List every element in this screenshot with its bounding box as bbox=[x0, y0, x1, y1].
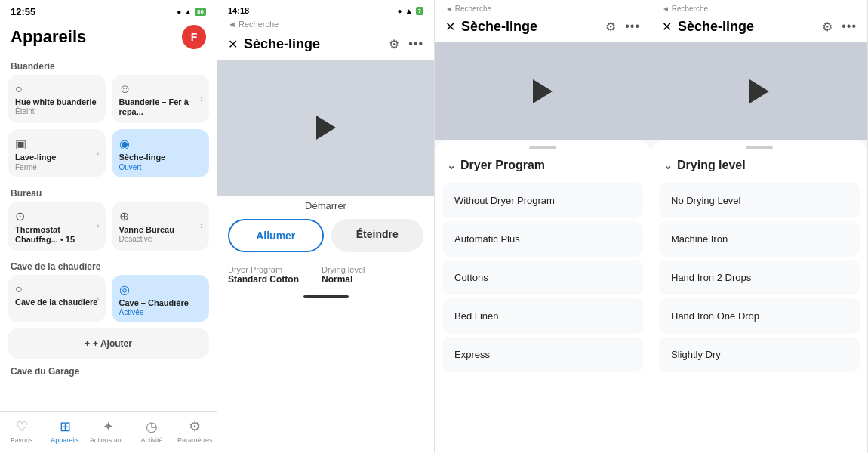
signal-icon: ● bbox=[177, 8, 181, 16]
drying-level-list: No Drying Level Machine Iron Hand Iron 2… bbox=[651, 180, 867, 453]
sheet-section-title-3: Dryer Program bbox=[460, 159, 545, 172]
list-item-express[interactable]: Express bbox=[442, 337, 643, 372]
device-card-chaudiere[interactable]: ◎ Cave – Chaudière Activée bbox=[112, 275, 210, 322]
add-button[interactable]: + + Ajouter bbox=[8, 328, 209, 359]
search-bar-4: ◄ Recherche bbox=[651, 0, 867, 14]
demarrer-label: Démarrer bbox=[217, 196, 434, 219]
more-icon-2[interactable]: ••• bbox=[408, 37, 423, 51]
dryer-program-list: Without Dryer Program Automatic Plus Cot… bbox=[435, 180, 651, 453]
dryer-program-sheet: ⌄ Dryer Program Without Dryer Program Au… bbox=[435, 140, 651, 453]
settings-summary: Dryer Program Standard Cotton Drying lev… bbox=[217, 260, 434, 289]
list-item-without[interactable]: Without Dryer Program bbox=[442, 183, 643, 218]
list-item-slightly-dry[interactable]: Slightly Dry bbox=[659, 337, 860, 372]
battery-badge: 86 bbox=[195, 8, 206, 16]
status-bar-2: 14:18 ● ▲ 7 bbox=[217, 0, 434, 18]
settings-icon-2[interactable]: ⚙ bbox=[389, 37, 399, 51]
close-icon-3[interactable]: ✕ bbox=[445, 20, 455, 34]
nav-favoris[interactable]: ♡ Favoris bbox=[0, 418, 43, 444]
close-icon-4[interactable]: ✕ bbox=[662, 20, 672, 34]
eteindre-button[interactable]: Éteindre bbox=[331, 219, 424, 252]
nav-actions[interactable]: ✦ Actions au... bbox=[87, 418, 130, 444]
device-status-seche: Ouvert bbox=[119, 163, 202, 171]
device-title-3: Sèche-linge bbox=[461, 19, 537, 35]
device-grid-buanderie: ○ Hue white buanderie Éteint ☺ Buanderie… bbox=[0, 75, 217, 129]
list-item-bedlinen[interactable]: Bed Linen bbox=[442, 298, 643, 334]
settings-icon-3[interactable]: ⚙ bbox=[605, 20, 616, 34]
chevron-icon-cave: › bbox=[97, 294, 100, 304]
list-item-machine-iron[interactable]: Machine Iron bbox=[659, 221, 860, 257]
device-card-lave[interactable]: ▣ Lave-linge Fermé › bbox=[8, 129, 106, 177]
list-item-cottons[interactable]: Cottons bbox=[442, 260, 643, 295]
chevron-icon-thermo: › bbox=[97, 220, 100, 231]
section-garage: Cave du Garage bbox=[0, 362, 217, 380]
device-grid-cave: ○ Cave de la chaudiere › ◎ Cave – Chaudi… bbox=[0, 275, 217, 328]
play-triangle-icon bbox=[316, 116, 336, 140]
play-button-3[interactable] bbox=[524, 72, 562, 110]
sheet-section-header-4: ⌄ Drying level bbox=[651, 153, 867, 180]
device-title-2: Sèche-linge bbox=[244, 36, 320, 52]
search-text-4: Recherche bbox=[672, 5, 708, 13]
clock-icon: ◷ bbox=[146, 418, 158, 435]
device-card-thermostat[interactable]: ⊙ Thermostat Chauffag... • 15 › bbox=[8, 202, 106, 251]
drying-level-value: Normal bbox=[322, 274, 365, 285]
more-icon-3[interactable]: ••• bbox=[625, 20, 640, 34]
nav-label-favoris: Favoris bbox=[11, 436, 33, 444]
nav-activite[interactable]: ◷ Activité bbox=[130, 418, 173, 444]
wifi2-icon: ▲ bbox=[405, 7, 413, 15]
device-header-2: ✕ Sèche-linge ⚙ ••• bbox=[217, 32, 434, 60]
device-status-chaudiere: Activée bbox=[119, 308, 202, 316]
list-item-automatic[interactable]: Automatic Plus bbox=[442, 221, 643, 257]
device-name-lave: Lave-linge bbox=[15, 153, 98, 162]
device-card-buanderie[interactable]: ☺ Buanderie – Fer à repa... › bbox=[112, 75, 210, 123]
list-item-hand-iron-2[interactable]: Hand Iron 2 Drops bbox=[659, 260, 860, 295]
device-card-hue[interactable]: ○ Hue white buanderie Éteint bbox=[8, 75, 106, 123]
panel-seche-control: 14:18 ● ▲ 7 ◄ Recherche ✕ Sèche-linge ⚙ … bbox=[217, 0, 435, 453]
search-text-3: Recherche bbox=[455, 5, 491, 13]
list-item-hand-iron-1[interactable]: Hand Iron One Drop bbox=[659, 298, 860, 334]
thermostat-icon: ⊙ bbox=[15, 209, 98, 223]
settings-icon-4[interactable]: ⚙ bbox=[822, 20, 833, 34]
nav-label-actions: Actions au... bbox=[90, 436, 128, 444]
device-card-seche[interactable]: ◉ Sèche-linge Ouvert bbox=[112, 129, 210, 177]
dryer-program-setting[interactable]: Dryer Program Standard Cotton bbox=[228, 265, 299, 285]
add-label: + Ajouter bbox=[93, 338, 132, 349]
drying-level-setting[interactable]: Drying level Normal bbox=[322, 265, 365, 285]
allumer-button[interactable]: Allumer bbox=[228, 219, 324, 252]
sheet-section-header-3: ⌄ Dryer Program bbox=[435, 153, 651, 180]
nav-label-appareils: Appareils bbox=[51, 436, 79, 444]
close-icon-2[interactable]: ✕ bbox=[228, 37, 238, 51]
plus-icon: + bbox=[85, 338, 90, 349]
dryer-visual-4 bbox=[651, 42, 867, 140]
device-grid-bureau: ⊙ Thermostat Chauffag... • 15 › ⊕ Vanne … bbox=[0, 202, 217, 257]
device-name-vanne: Vanne Bureau bbox=[119, 225, 202, 235]
app-title: Appareils bbox=[11, 27, 86, 47]
play-button-4[interactable] bbox=[740, 72, 778, 110]
device-header-left-4: ✕ Sèche-linge bbox=[662, 19, 754, 35]
chevron-down-icon-4: ⌄ bbox=[663, 159, 673, 171]
dryer-icon: ◉ bbox=[119, 137, 202, 151]
device-name-buanderie: Buanderie – Fer à repa... bbox=[119, 97, 202, 117]
home-indicator-2 bbox=[217, 289, 434, 304]
avatar[interactable]: F bbox=[182, 25, 206, 49]
search-bar-2[interactable]: ◄ Recherche bbox=[217, 18, 434, 32]
list-item-no-drying[interactable]: No Drying Level bbox=[659, 183, 860, 218]
section-buanderie: Buanderie bbox=[0, 57, 217, 75]
play-button[interactable] bbox=[307, 109, 345, 146]
washer-icon: ▣ bbox=[15, 137, 98, 151]
heart-icon: ♡ bbox=[16, 418, 28, 435]
home-bar-2 bbox=[303, 295, 349, 298]
device-card-cave[interactable]: ○ Cave de la chaudiere › bbox=[8, 275, 106, 322]
device-card-vanne[interactable]: ⊕ Vanne Bureau Désactivé › bbox=[112, 202, 210, 251]
more-icon-4[interactable]: ••• bbox=[842, 20, 857, 34]
nav-label-parametres: Paramètres bbox=[177, 436, 213, 444]
device-name-thermostat: Thermostat Chauffag... • 15 bbox=[15, 225, 98, 245]
search-back-icon: ◄ bbox=[228, 20, 236, 29]
chevron-icon: › bbox=[200, 94, 203, 104]
section-cave: Cave de la chaudiere bbox=[0, 257, 217, 275]
nav-label-activite: Activité bbox=[140, 436, 162, 444]
panel-appareils: 12:55 ● ▲ 86 Appareils F Buanderie ○ Hue… bbox=[0, 0, 217, 453]
boiler-icon: ◎ bbox=[119, 282, 202, 297]
nav-parametres[interactable]: ⚙ Paramètres bbox=[174, 418, 217, 444]
device-status-hue: Éteint bbox=[15, 107, 98, 116]
nav-appareils[interactable]: ⊞ Appareils bbox=[43, 418, 86, 444]
